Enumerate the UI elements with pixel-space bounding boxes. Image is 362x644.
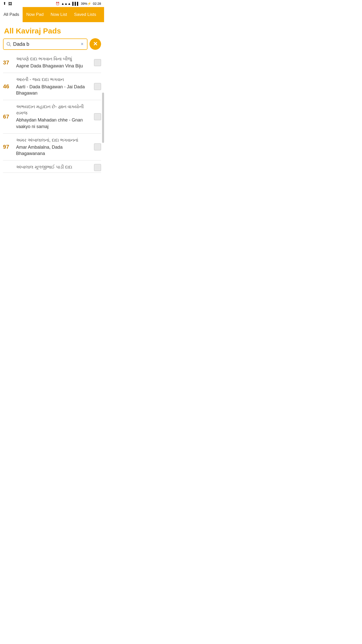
- tab-now-pad[interactable]: Now Pad: [23, 7, 47, 22]
- item-title-gujarati: આપણે દાદા ભગવાન વિના બીજું: [16, 56, 92, 62]
- item-number: 46: [3, 83, 16, 90]
- item-title-gujarati: આરતી - જય દાદા ભગવાન: [16, 76, 92, 83]
- item-number: 37: [3, 59, 16, 66]
- item-number: 97: [3, 144, 16, 150]
- item-content: અભયદાન મહાદાન છે- જ્ઞાન વાક્યોની સમજ Abh…: [16, 104, 94, 130]
- scroll-indicator[interactable]: [102, 93, 104, 143]
- item-checkbox[interactable]: [94, 143, 101, 150]
- item-title-english: Aarti - Dada Bhagawan - Jai Dada Bhagawa…: [16, 84, 92, 96]
- item-checkbox[interactable]: [94, 83, 101, 90]
- item-checkbox[interactable]: [94, 113, 101, 120]
- item-content: અંબાલાલ મૂળજીભાઈ પાડી દાદા: [16, 164, 94, 171]
- list-item[interactable]: 67 અભયદાન મહાદાન છે- જ્ઞાન વાક્યોની સમજ …: [3, 100, 101, 134]
- item-content: આપણે દાદા ભગવાન વિના બીજું Aapne Dada Bh…: [16, 56, 94, 69]
- clear-search-button[interactable]: ×: [80, 41, 84, 47]
- tab-all-pads[interactable]: All Pads: [0, 7, 23, 22]
- status-bar-right: ⏰ ▲▲▲ ▌▌▌ 39%⚡ 02:28: [56, 2, 101, 6]
- search-icon: [6, 42, 11, 47]
- search-box[interactable]: ×: [3, 38, 87, 50]
- item-title-gujarati: અમર અંબાલાલનાં, દાદા ભગવાનનાં: [16, 137, 92, 143]
- item-number: 67: [3, 113, 16, 120]
- wifi-icon: ▲▲▲: [61, 2, 71, 6]
- search-container: × ✕: [0, 38, 104, 50]
- list-item[interactable]: અંબાલાલ મૂળજીભાઈ પાડી દાદા: [3, 160, 101, 173]
- item-content: અમર અંબાલાલનાં, દાદા ભગવાનનાં Amar Ambal…: [16, 137, 94, 157]
- upload-icon: ⬆: [3, 1, 6, 6]
- item-checkbox[interactable]: [94, 164, 101, 171]
- svg-line-1: [10, 45, 11, 46]
- list-container: 37 આપણે દાદા ભગવાન વિના બીજું Aapne Dada…: [0, 52, 104, 173]
- item-title-english: Abhaydan Mahadan chhe - Gnan vaakyo ni s…: [16, 117, 92, 130]
- battery-percent: 39%⚡: [81, 2, 91, 6]
- image-icon: 🖼: [8, 2, 12, 6]
- signal-icon: ▌▌▌: [72, 2, 79, 6]
- tab-saved-lists[interactable]: Saved Lists: [71, 7, 100, 22]
- top-navigation: All Pads Now Pad Now List Saved Lists: [0, 7, 104, 22]
- time-display: 02:28: [93, 2, 101, 6]
- search-input[interactable]: [13, 41, 80, 47]
- alarm-icon: ⏰: [56, 2, 60, 6]
- results-list: 37 આપણે દાદા ભગવાન વિના બીજું Aapne Dada…: [0, 52, 104, 173]
- page-title: All Kaviraj Pads: [0, 22, 104, 38]
- item-title-gujarati: અંબાલાલ મૂળજીભાઈ પાડી દાદા: [16, 164, 92, 170]
- item-title-english: Aapne Dada Bhagawan Vina Biju: [16, 63, 92, 69]
- tab-now-list[interactable]: Now List: [47, 7, 70, 22]
- list-item[interactable]: 46 આરતી - જય દાદા ભગવાન Aarti - Dada Bha…: [3, 73, 101, 100]
- cancel-search-button[interactable]: ✕: [89, 38, 101, 50]
- status-bar: ⬆ 🖼 ⏰ ▲▲▲ ▌▌▌ 39%⚡ 02:28: [0, 0, 104, 7]
- item-content: આરતી - જય દાદા ભગવાન Aarti - Dada Bhagaw…: [16, 76, 94, 96]
- item-title-gujarati: અભયદાન મહાદાન છે- જ્ઞાન વાક્યોની સમજ: [16, 104, 92, 116]
- list-item[interactable]: 37 આપણે દાદા ભગવાન વિના બીજું Aapne Dada…: [3, 52, 101, 73]
- status-bar-left: ⬆ 🖼: [3, 1, 12, 6]
- list-item[interactable]: 97 અમર અંબાલાલનાં, દાદા ભગવાનનાં Amar Am…: [3, 134, 101, 161]
- item-title-english: Amar Ambalalna, Dada Bhagawanana: [16, 144, 92, 157]
- item-checkbox[interactable]: [94, 59, 101, 66]
- cancel-icon: ✕: [93, 41, 98, 47]
